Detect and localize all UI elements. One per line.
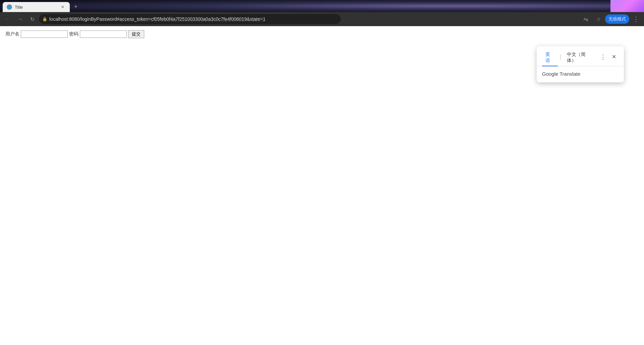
translate-more-button[interactable]: ⋮ [598, 52, 608, 62]
tab-close-button[interactable]: ✕ [60, 4, 66, 10]
tabs-area: 🌐 Title ✕ + [3, 0, 80, 12]
profile-label: 无痕模式 [608, 16, 626, 22]
star-button[interactable]: ☆ [593, 14, 604, 24]
translate-popup: 英语 | 中文（简体） ⋮ ✕ Google Translate [537, 46, 624, 82]
translate-tab-chinese[interactable]: 中文（简体） [564, 50, 597, 66]
username-label: 用户名 [5, 31, 19, 37]
wallpaper-thumbnail [610, 0, 644, 12]
chrome-browser: 🌐 Title ✕ + — ⧉ ✕ ← → ↻ 🔒 localhost:8080… [0, 0, 644, 345]
translate-header: 英语 | 中文（简体） ⋮ ✕ [537, 46, 624, 66]
active-tab[interactable]: 🌐 Title ✕ [3, 2, 70, 12]
back-button[interactable]: ← [3, 14, 13, 24]
username-input[interactable] [21, 30, 68, 38]
reload-button[interactable]: ↻ [27, 14, 38, 24]
profile-button[interactable]: 无痕模式 [605, 14, 629, 24]
nav-bar-right-controls: A 文 ☆ 无痕模式 ⋮ [581, 14, 641, 24]
url-underlined-part: access_token=cf05feb0f4a7f251003300a0a3c… [119, 16, 265, 22]
login-form: 用户名 密码 提交 [5, 30, 639, 38]
title-bar: 🌐 Title ✕ + — ⧉ ✕ [0, 0, 644, 12]
translate-body: Google Translate [537, 66, 624, 82]
translate-tab-english[interactable]: 英语 [542, 50, 558, 66]
svg-text:文: 文 [586, 18, 588, 21]
new-tab-button[interactable]: + [71, 2, 80, 11]
address-bar[interactable]: 🔒 localhost:8080/loginByPassword#access_… [39, 14, 341, 24]
forward-button[interactable]: → [15, 14, 25, 24]
translate-icon-button[interactable]: A 文 [581, 14, 592, 24]
lock-icon: 🔒 [42, 17, 47, 21]
tab-favicon: 🌐 [7, 4, 12, 10]
password-label: 密码 [69, 31, 78, 37]
translate-header-right: ⋮ ✕ [598, 52, 619, 64]
translate-brand-label: Google Translate [542, 71, 580, 77]
tab-divider: | [560, 53, 561, 62]
nav-bar: ← → ↻ 🔒 localhost:8080/loginByPassword#a… [0, 12, 644, 26]
submit-button[interactable]: 提交 [128, 30, 144, 38]
more-options-button[interactable]: ⋮ [631, 14, 641, 24]
url-display: localhost:8080/loginByPassword#access_to… [49, 16, 337, 22]
translate-close-button[interactable]: ✕ [609, 52, 619, 62]
page-content: 用户名 密码 提交 英语 | 中文（简体） ⋮ ✕ Google Transla… [0, 26, 644, 345]
tab-title: Title [15, 5, 57, 10]
password-input[interactable] [80, 30, 127, 38]
